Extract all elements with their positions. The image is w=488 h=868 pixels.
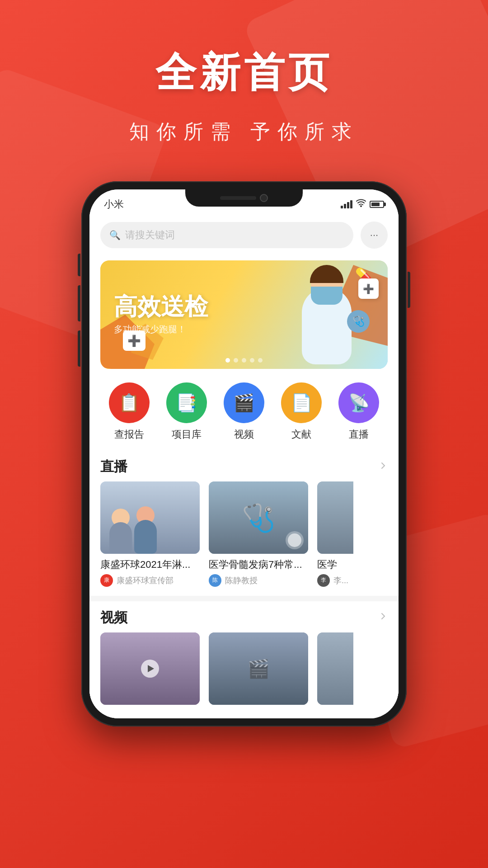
- nav-icon-live: 📡: [338, 382, 379, 423]
- search-icon: 🔍: [109, 230, 121, 241]
- banner-dots: [225, 358, 263, 363]
- nav-item-report[interactable]: 📋 查报告: [109, 382, 150, 441]
- nav-item-video[interactable]: 🎬 视频: [224, 382, 264, 441]
- live-section-header: 直播: [89, 450, 399, 481]
- dot-1: [225, 358, 230, 363]
- dot-4: [250, 358, 254, 363]
- banner-content: 高效送检 多功能减少跑腿！: [100, 260, 388, 369]
- phone-mockup: 小米: [81, 181, 407, 726]
- screen-content: 🔍 请搜关键词 ··· ➕: [89, 214, 399, 718]
- nav-icon-video: 🎬: [224, 382, 264, 423]
- dot-3: [242, 358, 246, 363]
- dot-5: [258, 358, 263, 363]
- author-name-2: 陈静教授: [225, 575, 258, 586]
- live-section-title: 直播: [100, 458, 127, 476]
- mute-button: [78, 254, 80, 276]
- banner[interactable]: ➕ 高效送检 多功能减少跑腿！: [100, 260, 388, 369]
- live-card-1-author: 康 康盛环球宣传部: [100, 574, 200, 587]
- nav-icon-project: 📑: [166, 382, 207, 423]
- author-avatar-1: 康: [100, 574, 113, 587]
- battery-icon: [370, 201, 384, 208]
- video-card-img-2: 🎬: [209, 632, 308, 705]
- speaker: [220, 196, 256, 200]
- video-card-img-3: [317, 632, 353, 705]
- search-bar[interactable]: 🔍 请搜关键词: [100, 222, 353, 248]
- phone-screen: 小米: [89, 189, 399, 718]
- banner-subtitle: 多功能减少跑腿！: [114, 323, 293, 335]
- video-cards-row: 🎬: [89, 632, 399, 714]
- banner-title: 高效送检: [114, 294, 293, 320]
- live-card-3-title: 医学: [317, 558, 353, 571]
- nav-item-live[interactable]: 📡 直播: [338, 382, 379, 441]
- search-row: 🔍 请搜关键词 ···: [89, 214, 399, 256]
- front-camera: [260, 194, 268, 202]
- stethoscope-visual: 🩺: [242, 502, 276, 534]
- video-section-title: 视频: [100, 609, 127, 627]
- hero-title: 全新首页: [0, 45, 488, 100]
- nav-label-report: 查报告: [114, 428, 144, 441]
- live-card-1-title: 康盛环球2021年淋...: [100, 558, 200, 571]
- status-icons: [341, 199, 384, 209]
- signal-icon: [341, 200, 352, 208]
- nav-icon-report: 📋: [109, 382, 150, 423]
- phone-outer: 小米: [81, 181, 407, 726]
- live-cards-row: 康盛环球2021年淋... 康 康盛环球宣传部 🩺: [89, 481, 399, 596]
- doctor-illustration: 🩺 💊 ➕: [293, 265, 374, 364]
- live-card-img-3: [317, 481, 353, 554]
- live-card-1[interactable]: 康盛环球2021年淋... 康 康盛环球宣传部: [100, 481, 200, 587]
- search-placeholder-text: 请搜关键词: [125, 228, 175, 242]
- video-card-3[interactable]: [317, 632, 353, 705]
- author-avatar-2: 陈: [209, 574, 221, 587]
- live-card-2-title: 医学骨髓发病7种常...: [209, 558, 308, 571]
- banner-text-area: 高效送检 多功能减少跑腿！: [114, 294, 293, 335]
- nav-item-literature[interactable]: 📄 文献: [281, 382, 322, 441]
- live-card-2[interactable]: 🩺 医学骨髓发病7种常... 陈 陈静教授: [209, 481, 308, 587]
- quick-nav: 📋 查报告 📑 项目库 🎬 视频 📄 文献: [89, 378, 399, 450]
- wifi-icon: [356, 199, 366, 209]
- video-section: 视频: [89, 601, 399, 718]
- author-avatar-3: 李: [317, 574, 330, 587]
- nav-icon-literature: 📄: [281, 382, 322, 423]
- live-card-3[interactable]: 医学 李 李...: [317, 481, 353, 587]
- volume-up-button: [78, 285, 80, 321]
- volume-down-button: [78, 330, 80, 367]
- live-card-img-2: 🩺: [209, 481, 308, 554]
- live-card-3-author: 李 李...: [317, 574, 353, 587]
- video-section-header: 视频: [89, 601, 399, 632]
- nav-label-video: 视频: [234, 428, 254, 441]
- video-thumb-icon: 🎬: [247, 658, 270, 679]
- phone-notch: [185, 189, 303, 207]
- live-card-img-1: [100, 481, 200, 554]
- author-name-1: 康盛环球宣传部: [117, 575, 174, 586]
- nav-label-live: 直播: [349, 428, 369, 441]
- hero-section: 全新首页 知你所需 予你所求: [0, 0, 488, 145]
- video-card-1[interactable]: [100, 632, 200, 705]
- dot-2: [234, 358, 238, 363]
- nav-label-project: 项目库: [172, 428, 202, 441]
- video-card-img-1: [100, 632, 200, 705]
- nav-item-project[interactable]: 📑 项目库: [166, 382, 207, 441]
- battery-fill: [371, 203, 380, 206]
- live-more-button[interactable]: [379, 461, 388, 473]
- section-divider: [89, 596, 399, 601]
- video-card-2[interactable]: 🎬: [209, 632, 308, 705]
- live-card-2-author: 陈 陈静教授: [209, 574, 308, 587]
- carrier-label: 小米: [104, 198, 124, 211]
- play-button-icon: [141, 660, 159, 678]
- more-button[interactable]: ···: [361, 222, 388, 249]
- nav-label-literature: 文献: [291, 428, 311, 441]
- video-more-button[interactable]: [379, 612, 388, 623]
- author-name-3: 李...: [333, 575, 348, 586]
- power-button: [408, 272, 410, 308]
- hero-subtitle: 知你所需 予你所求: [0, 118, 488, 145]
